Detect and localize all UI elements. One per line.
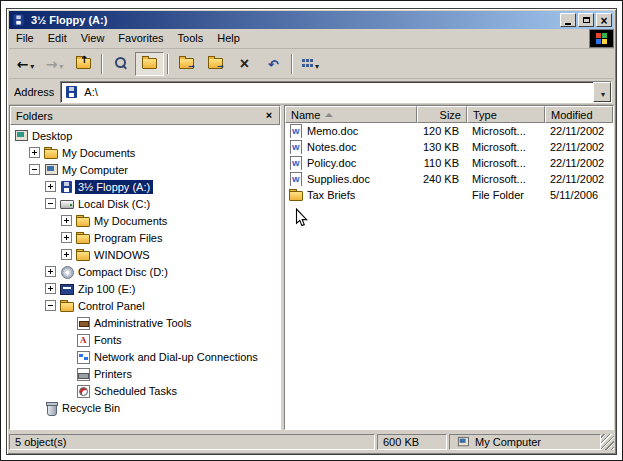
expand-icon[interactable]	[61, 249, 72, 260]
forward-icon	[46, 55, 58, 73]
address-label: Address	[11, 86, 60, 98]
control-panel-icon	[59, 299, 75, 313]
tree-item-label: Program Files	[91, 231, 165, 245]
folder-icon	[75, 248, 91, 262]
file-row-memo[interactable]: Memo.doc 120 KB Microsoft... 22/11/2002	[285, 123, 613, 139]
folders-pane-header: Folders	[10, 106, 280, 125]
folders-pane-close-button[interactable]	[262, 109, 276, 122]
folder-icon	[75, 214, 91, 228]
views-icon	[302, 59, 313, 68]
word-doc-icon	[288, 124, 304, 138]
expand-icon[interactable]	[61, 215, 72, 226]
delete-button[interactable]	[230, 52, 259, 76]
sort-indicator-icon	[325, 113, 333, 117]
tree-item-label: My Documents	[91, 214, 170, 228]
expand-icon[interactable]	[61, 232, 72, 243]
tree-item-compact-disc-d[interactable]: Compact Disc (D:)	[10, 263, 280, 280]
back-dropdown-icon	[30, 55, 34, 73]
screenshot-root: 3½ Floppy (A:) File Edit View Favorites …	[0, 0, 623, 461]
file-row-notes[interactable]: Notes.doc 130 KB Microsoft... 22/11/2002	[285, 139, 613, 155]
back-button[interactable]	[11, 52, 40, 76]
address-dropdown-button[interactable]	[593, 82, 611, 102]
file-type: Microsoft...	[467, 157, 545, 169]
collapse-icon[interactable]	[45, 198, 56, 209]
file-type: Microsoft...	[467, 141, 545, 153]
tree-item-windows[interactable]: WINDOWS	[10, 246, 280, 263]
copy-to-button[interactable]	[201, 52, 230, 76]
search-button[interactable]	[106, 52, 135, 76]
tree-item-network-connections[interactable]: Network and Dial-up Connections	[10, 348, 280, 365]
file-rows: Memo.doc 120 KB Microsoft... 22/11/2002 …	[285, 123, 613, 429]
expand-icon[interactable]	[45, 283, 56, 294]
fonts-icon	[75, 333, 91, 347]
expand-icon[interactable]	[45, 266, 56, 277]
column-header-name[interactable]: Name	[285, 106, 417, 123]
file-row-tax-briefs[interactable]: Tax Briefs File Folder 5/11/2006	[285, 187, 613, 203]
minimize-button[interactable]	[560, 13, 576, 27]
up-button[interactable]	[69, 52, 98, 76]
file-modified: 5/11/2006	[545, 189, 613, 201]
column-headers: Name Size Type Modified	[285, 106, 613, 123]
window-floppy-icon	[12, 14, 26, 27]
file-name: Notes.doc	[307, 141, 357, 153]
column-header-type[interactable]: Type	[467, 106, 545, 123]
tree-item-program-files[interactable]: Program Files	[10, 229, 280, 246]
tree-item-label: Compact Disc (D:)	[75, 265, 171, 279]
menu-edit[interactable]: Edit	[41, 29, 74, 48]
title-bar[interactable]: 3½ Floppy (A:)	[9, 11, 614, 29]
tree-item-zip-100-e[interactable]: Zip 100 (E:)	[10, 280, 280, 297]
word-doc-icon	[288, 172, 304, 186]
menu-help[interactable]: Help	[210, 29, 247, 48]
folders-button[interactable]	[135, 52, 164, 76]
collapse-icon[interactable]	[45, 300, 56, 311]
column-header-modified[interactable]: Modified	[545, 106, 613, 123]
tree-item-my-documents[interactable]: My Documents	[10, 144, 280, 161]
toolbar-separator	[167, 54, 169, 74]
file-row-policy[interactable]: Policy.doc 110 KB Microsoft... 22/11/200…	[285, 155, 613, 171]
tree-item-scheduled-tasks[interactable]: Scheduled Tasks	[10, 382, 280, 399]
menu-view[interactable]: View	[74, 29, 112, 48]
close-button[interactable]	[596, 13, 612, 27]
tree-item-label: 3½ Floppy (A:)	[75, 180, 153, 194]
toolbar-separator	[291, 54, 293, 74]
collapse-icon[interactable]	[29, 164, 40, 175]
views-button[interactable]	[296, 52, 325, 76]
tree-item-label: My Computer	[59, 163, 131, 177]
move-to-button[interactable]	[172, 52, 201, 76]
close-icon	[600, 13, 607, 28]
undo-button[interactable]	[259, 52, 288, 76]
maximize-button[interactable]	[578, 13, 594, 27]
status-objects: 5 object(s)	[9, 434, 375, 450]
tree-item-administrative-tools[interactable]: Administrative Tools	[10, 314, 280, 331]
address-combo[interactable]: A:\	[60, 81, 612, 103]
file-row-supplies[interactable]: Supplies.doc 240 KB Microsoft... 22/11/2…	[285, 171, 613, 187]
resize-grip[interactable]	[601, 434, 614, 450]
expand-icon[interactable]	[29, 147, 40, 158]
menu-tools[interactable]: Tools	[171, 29, 211, 48]
tree-item-floppy-a[interactable]: 3½ Floppy (A:)	[10, 178, 280, 195]
windows-logo	[589, 29, 614, 48]
tree-item-my-computer[interactable]: My Computer	[10, 161, 280, 178]
recycle-bin-icon	[43, 401, 59, 415]
printers-icon	[75, 367, 91, 381]
tree-item-printers[interactable]: Printers	[10, 365, 280, 382]
menu-file[interactable]: File	[9, 29, 41, 48]
menu-bar: File Edit View Favorites Tools Help	[9, 29, 614, 49]
tree-item-local-disk-c[interactable]: Local Disk (C:)	[10, 195, 280, 212]
zip-drive-icon	[59, 282, 75, 296]
file-size: 120 KB	[417, 125, 467, 137]
tree-item-recycle-bin[interactable]: Recycle Bin	[10, 399, 280, 416]
menu-favorites[interactable]: Favorites	[111, 29, 170, 48]
tree-item-c-my-documents[interactable]: My Documents	[10, 212, 280, 229]
expand-icon[interactable]	[45, 181, 56, 192]
word-doc-icon	[288, 156, 304, 170]
forward-button[interactable]	[40, 52, 69, 76]
tree-item-desktop[interactable]: Desktop	[10, 127, 280, 144]
tree-item-label: Network and Dial-up Connections	[91, 350, 261, 364]
tree-item-control-panel[interactable]: Control Panel	[10, 297, 280, 314]
column-label: Name	[291, 109, 320, 121]
tree-item-fonts[interactable]: Fonts	[10, 331, 280, 348]
tree-item-label: Recycle Bin	[59, 401, 123, 415]
column-header-size[interactable]: Size	[417, 106, 467, 123]
file-type: Microsoft...	[467, 125, 545, 137]
